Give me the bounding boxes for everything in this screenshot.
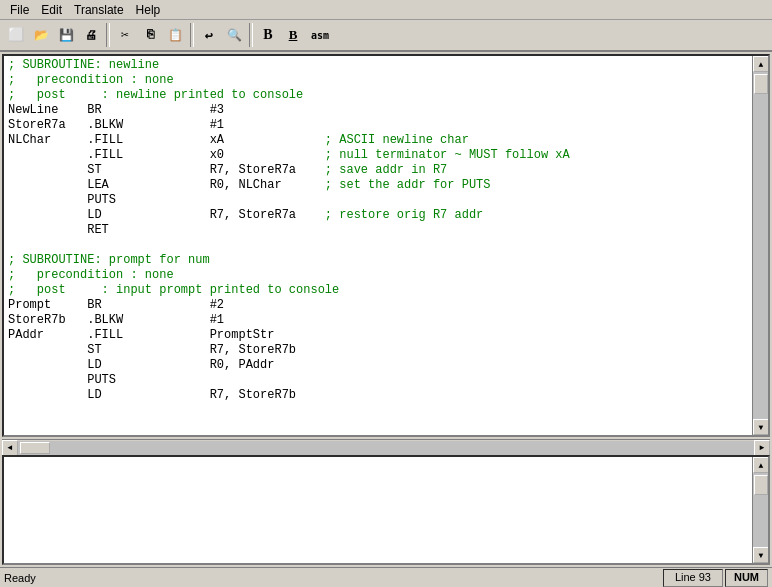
new-button[interactable]: ⬜: [4, 23, 28, 47]
editor-hscrollbar-container: ◄ ►: [2, 439, 770, 455]
comment-line5: ; precondition : none: [8, 268, 174, 282]
paste-button[interactable]: 📋: [163, 23, 187, 47]
comment-line2: ; precondition : none: [8, 73, 174, 87]
comment-line1: ; SUBROUTINE: newline: [8, 58, 159, 72]
editor-vscrollbar: ▲ ▼: [752, 56, 768, 435]
copy-icon: ⎘: [147, 28, 154, 42]
code-line2: StoreR7a .BLKW #1: [8, 118, 224, 132]
bottom-vscrollbar: ▲ ▼: [752, 457, 768, 563]
save-button[interactable]: 💾: [54, 23, 78, 47]
comment-line3: ; post : newline printed to console: [8, 88, 303, 102]
status-num: NUM: [725, 569, 768, 587]
main-content: ; SUBROUTINE: newline ; precondition : n…: [0, 52, 772, 567]
comment-line4: ; SUBROUTINE: prompt for num: [8, 253, 210, 267]
bold-icon: B: [263, 27, 272, 43]
cut-icon: ✂: [121, 27, 129, 43]
print-icon: 🖨: [85, 28, 97, 43]
menu-help[interactable]: Help: [130, 2, 167, 18]
code-line4: .FILL x0 ; null terminator ~ MUST follow…: [8, 148, 570, 162]
bottom-vscroll-thumb[interactable]: [754, 475, 768, 495]
bottom-vscroll-track[interactable]: [753, 473, 768, 547]
asm-icon: asm: [311, 30, 329, 41]
cut-button[interactable]: ✂: [113, 23, 137, 47]
separator-3: [249, 23, 253, 47]
menu-file[interactable]: File: [4, 2, 35, 18]
code-line13: ST R7, StoreR7b: [8, 343, 296, 357]
vscroll-down-button[interactable]: ▼: [753, 419, 769, 435]
code-line7: PUTS: [8, 193, 116, 207]
copy-button[interactable]: ⎘: [138, 23, 162, 47]
find-button[interactable]: 🔍: [222, 23, 246, 47]
code-line12: PAddr .FILL PromptStr: [8, 328, 274, 342]
menu-edit[interactable]: Edit: [35, 2, 68, 18]
open-icon: 📂: [34, 28, 49, 43]
hscroll-right-button[interactable]: ►: [754, 440, 770, 456]
find-icon: 🔍: [227, 28, 242, 43]
code-line11: StoreR7b .BLKW #1: [8, 313, 224, 327]
hscroll-thumb[interactable]: [20, 442, 50, 454]
code-line10: Prompt BR #2: [8, 298, 224, 312]
code-line16: LD R7, StoreR7b: [8, 388, 296, 402]
separator-2: [190, 23, 194, 47]
save-icon: 💾: [59, 28, 74, 43]
vscroll-track[interactable]: [753, 72, 768, 419]
asm-button[interactable]: asm: [306, 23, 334, 47]
editor-hscrollbar: ◄ ►: [2, 440, 770, 455]
underline-button[interactable]: B: [281, 23, 305, 47]
vscroll-up-button[interactable]: ▲: [753, 56, 769, 72]
comment-line6: ; post : input prompt printed to console: [8, 283, 339, 297]
toolbar: ⬜ 📂 💾 🖨 ✂ ⎘ 📋 ↩ 🔍 B B asm: [0, 20, 772, 52]
code-line3: NLChar .FILL xA ; ASCII newline char: [8, 133, 469, 147]
menu-translate[interactable]: Translate: [68, 2, 130, 18]
separator-1: [106, 23, 110, 47]
vscroll-thumb[interactable]: [754, 74, 768, 94]
editor-scroll[interactable]: ; SUBROUTINE: newline ; precondition : n…: [4, 56, 752, 435]
new-icon: ⬜: [8, 27, 24, 43]
underline-icon: B: [289, 27, 298, 43]
open-button[interactable]: 📂: [29, 23, 53, 47]
editor-container: ; SUBROUTINE: newline ; precondition : n…: [2, 54, 770, 437]
status-ready: Ready: [4, 572, 661, 584]
code-line15: PUTS: [8, 373, 116, 387]
code-line6: LEA R0, NLChar ; set the addr for PUTS: [8, 178, 491, 192]
code-line9: RET: [8, 223, 109, 237]
undo-icon: ↩: [205, 27, 213, 44]
hscroll-track[interactable]: [18, 441, 754, 455]
status-bar: Ready Line 93 NUM: [0, 567, 772, 587]
code-line1: NewLine BR #3: [8, 103, 224, 117]
bottom-pane-content[interactable]: [4, 457, 752, 563]
code-line5: ST R7, StoreR7a ; save addr in R7: [8, 163, 447, 177]
print-button[interactable]: 🖨: [79, 23, 103, 47]
status-line: Line 93: [663, 569, 723, 587]
bottom-pane: ▲ ▼: [2, 455, 770, 565]
paste-icon: 📋: [168, 28, 183, 43]
menu-bar: File Edit Translate Help: [0, 0, 772, 20]
blank-line1: [8, 238, 15, 252]
code-line8: LD R7, StoreR7a ; restore orig R7 addr: [8, 208, 483, 222]
editor-content[interactable]: ; SUBROUTINE: newline ; precondition : n…: [4, 56, 752, 405]
bottom-vscroll-up-button[interactable]: ▲: [753, 457, 769, 473]
code-line14: LD R0, PAddr: [8, 358, 274, 372]
hscroll-left-button[interactable]: ◄: [2, 440, 18, 456]
undo-button[interactable]: ↩: [197, 23, 221, 47]
bottom-vscroll-down-button[interactable]: ▼: [753, 547, 769, 563]
bold-button[interactable]: B: [256, 23, 280, 47]
